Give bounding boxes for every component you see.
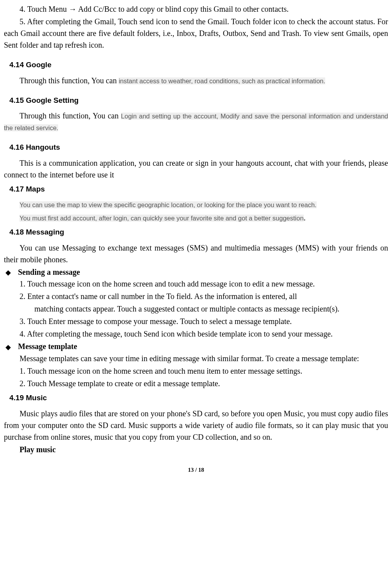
- section-4-17-period: .: [304, 213, 306, 222]
- section-4-14-body: Through this function, You can instant a…: [4, 75, 388, 86]
- document-page: 4. Touch Menu → Add Cc/Bcc to add copy o…: [4, 0, 388, 474]
- sending-message-title: Sending a message: [18, 268, 80, 276]
- template-item-1: 1. Touch message icon on the home screen…: [4, 365, 388, 377]
- sending-msg-item-1: 1. Touch message icon on the home screen…: [4, 278, 388, 290]
- section-4-14-prefix: Through this function, You can: [20, 76, 119, 85]
- diamond-icon: ◆: [5, 342, 18, 353]
- section-4-15-prefix: Through this function, You can: [4, 111, 121, 120]
- play-music-subheading: Play music: [4, 444, 388, 455]
- section-4-17-line1-wrap: You can use the map to view the specific…: [4, 199, 388, 210]
- section-4-19-body: Music plays audio files that are stored …: [4, 408, 388, 443]
- section-4-17-line1: You can use the map to view the specific…: [20, 201, 317, 208]
- heading-4-17: 4.17 Maps: [4, 184, 388, 195]
- sending-msg-item-2a: 2. Enter a contact's name or call number…: [4, 290, 388, 302]
- list-item-4: 4. Touch Menu → Add Cc/Bcc to add copy o…: [4, 3, 388, 15]
- bullet-message-template: ◆Message template: [4, 340, 388, 353]
- sending-msg-item-3: 3. Touch Enter message to compose your m…: [4, 315, 388, 327]
- section-4-17-line2: You must first add account, after login,…: [20, 215, 304, 222]
- page-footer: 13 / 18: [4, 466, 388, 475]
- sending-msg-item-2b: matching contacts appear. Touch a sugges…: [4, 303, 388, 315]
- heading-4-19: 4.19 Music: [4, 392, 388, 404]
- heading-4-14: 4.14 Google: [4, 59, 388, 71]
- section-4-14-highlight: instant access to weather, road conditio…: [119, 77, 325, 84]
- heading-4-15: 4.15 Google Setting: [4, 95, 388, 106]
- list-item-5: 5. After completing the Gmail, Touch sen…: [4, 16, 388, 51]
- bullet-sending-message: ◆Sending a message: [4, 266, 388, 278]
- message-template-title: Message template: [18, 342, 77, 351]
- heading-4-16: 4.16 Hangouts: [4, 142, 388, 153]
- section-4-18-intro: You can use Messaging to exchange text m…: [4, 242, 388, 265]
- diamond-icon: ◆: [5, 267, 18, 278]
- sending-msg-item-4: 4. After completing the message, touch S…: [4, 328, 388, 340]
- section-4-17-line2-wrap: You must first add account, after login,…: [4, 212, 388, 224]
- template-item-2: 2. Touch Message template to create or e…: [4, 378, 388, 389]
- heading-4-18: 4.18 Messaging: [4, 227, 388, 238]
- section-4-15-body: Through this function, You can Login and…: [4, 110, 388, 133]
- section-4-16-body: This is a communication application, you…: [4, 157, 388, 181]
- message-template-intro: Message templates can save your time in …: [4, 353, 388, 364]
